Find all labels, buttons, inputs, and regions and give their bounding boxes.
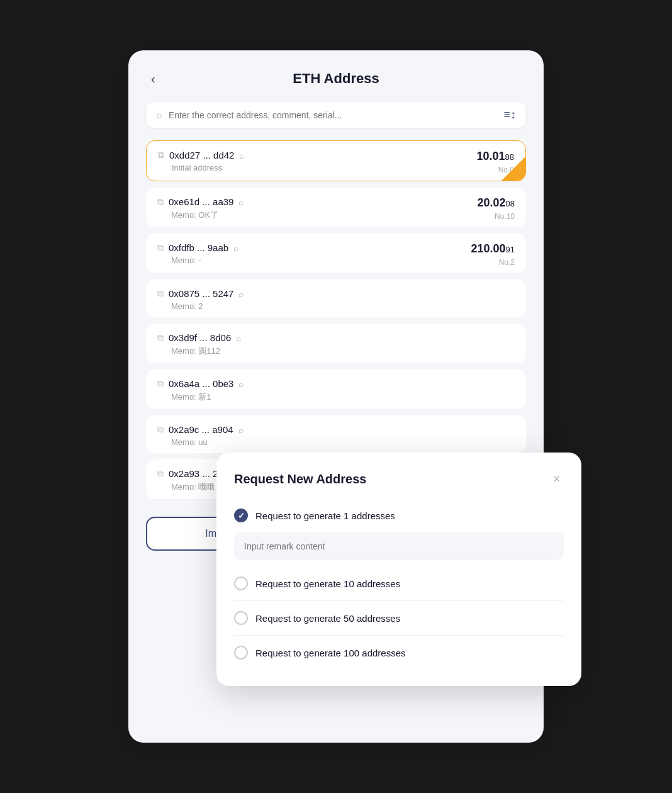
modal-title: Request New Address bbox=[234, 472, 366, 486]
address-search-icon[interactable]: ⌕ bbox=[236, 333, 241, 343]
memo-text: Memo: 新1 bbox=[171, 391, 244, 403]
copy-icon[interactable]: ⧉ bbox=[157, 288, 164, 299]
address-search-icon[interactable]: ⌕ bbox=[238, 197, 244, 207]
copy-icon[interactable]: ⧉ bbox=[158, 150, 164, 160]
address-item[interactable]: ⧉ 0x3d9f ... 8d06 ⌕ Memo: 圆112 bbox=[146, 323, 526, 363]
address-right: 210.0091 No.2 bbox=[471, 242, 515, 267]
memo-text: Memo: 圆112 bbox=[171, 346, 241, 357]
memo-text: Initial address bbox=[172, 163, 244, 172]
address-row: ⧉ 0xfdfb ... 9aab ⌕ bbox=[157, 242, 238, 253]
radio-label: Request to generate 10 addresses bbox=[255, 578, 400, 589]
page-title: ETH Address bbox=[293, 70, 379, 87]
address-text: 0xe61d ... aa39 bbox=[169, 196, 233, 207]
radio-circle bbox=[234, 646, 248, 660]
copy-icon[interactable]: ⧉ bbox=[157, 468, 164, 479]
address-left: ⧉ 0x3d9f ... 8d06 ⌕ Memo: 圆112 bbox=[157, 332, 241, 357]
memo-text: Memo: uu bbox=[171, 437, 244, 447]
address-right: 20.0208 No.10 bbox=[477, 196, 515, 221]
address-search-icon[interactable]: ⌕ bbox=[233, 243, 238, 253]
main-card: ‹ ETH Address ⌕ ≡↕ ⧉ 0xdd27 ... dd42 ⌕ I… bbox=[128, 50, 544, 743]
copy-icon[interactable]: ⧉ bbox=[157, 378, 164, 389]
modal-options: Request to generate 1 addresses Request … bbox=[234, 501, 564, 667]
address-search-icon[interactable]: ⌕ bbox=[238, 289, 244, 299]
remark-input[interactable] bbox=[234, 532, 564, 560]
address-text: 0x3d9f ... 8d06 bbox=[169, 332, 231, 343]
address-left: ⧉ 0x0875 ... 5247 ⌕ Memo: 2 bbox=[157, 288, 244, 311]
address-item[interactable]: ⧉ 0x2a9c ... a904 ⌕ Memo: uu bbox=[146, 415, 526, 453]
address-search-icon[interactable]: ⌕ bbox=[239, 150, 244, 160]
divider bbox=[234, 635, 564, 636]
address-text: 0xdd27 ... dd42 bbox=[169, 150, 234, 160]
balance: 210.0091 bbox=[471, 242, 515, 256]
address-row: ⧉ 0x6a4a ... 0be3 ⌕ bbox=[157, 378, 244, 389]
address-item[interactable]: ⧉ 0x6a4a ... 0be3 ⌕ Memo: 新1 bbox=[146, 369, 526, 409]
address-row: ⧉ 0x0875 ... 5247 ⌕ bbox=[157, 288, 244, 299]
address-row: ⧉ 0xdd27 ... dd42 ⌕ bbox=[158, 150, 244, 160]
address-item[interactable]: ⧉ 0xe61d ... aa39 ⌕ Memo: OK了 20.0208 No… bbox=[146, 188, 526, 227]
search-icon: ⌕ bbox=[156, 110, 162, 121]
address-row: ⧉ 0xe61d ... aa39 ⌕ bbox=[157, 196, 244, 207]
address-text: 0xfdfb ... 9aab bbox=[169, 242, 228, 253]
active-corner bbox=[501, 157, 525, 181]
search-input[interactable] bbox=[169, 110, 497, 120]
address-left: ⧉ 0x2a9c ... a904 ⌕ Memo: uu bbox=[157, 424, 244, 447]
copy-icon[interactable]: ⧉ bbox=[157, 424, 164, 435]
radio-label: Request to generate 1 addresses bbox=[255, 510, 395, 521]
radio-circle bbox=[234, 611, 248, 625]
modal-close-button[interactable]: × bbox=[549, 471, 564, 487]
memo-text: Memo: - bbox=[171, 256, 238, 265]
radio-label: Request to generate 50 addresses bbox=[255, 613, 400, 624]
address-left: ⧉ 0xe61d ... aa39 ⌕ Memo: OK了 bbox=[157, 196, 244, 221]
radio-option[interactable]: Request to generate 10 addresses bbox=[234, 569, 564, 598]
address-item[interactable]: ⧉ 0xfdfb ... 9aab ⌕ Memo: - 210.0091 No.… bbox=[146, 233, 526, 273]
copy-icon[interactable]: ⧉ bbox=[157, 196, 164, 207]
no-label: No.10 bbox=[495, 212, 515, 221]
filter-icon[interactable]: ≡↕ bbox=[503, 108, 516, 121]
no-label: No.2 bbox=[499, 258, 515, 267]
radio-label: Request to generate 100 addresses bbox=[255, 648, 406, 658]
address-text: 0x2a9c ... a904 bbox=[169, 424, 233, 435]
radio-circle bbox=[234, 509, 248, 522]
address-left: ⧉ 0xfdfb ... 9aab ⌕ Memo: - bbox=[157, 242, 238, 265]
search-bar: ⌕ ≡↕ bbox=[146, 102, 526, 128]
header: ‹ ETH Address bbox=[146, 70, 526, 87]
memo-text: Memo: 2 bbox=[171, 301, 244, 311]
address-list: ⧉ 0xdd27 ... dd42 ⌕ Initial address 10.0… bbox=[146, 140, 526, 499]
address-row: ⧉ 0x2a9c ... a904 ⌕ bbox=[157, 424, 244, 435]
address-text: 0x6a4a ... 0be3 bbox=[169, 378, 233, 389]
address-left: ⧉ 0xdd27 ... dd42 ⌕ Initial address bbox=[158, 150, 244, 172]
copy-icon[interactable]: ⧉ bbox=[157, 242, 164, 253]
address-item[interactable]: ⧉ 0x0875 ... 5247 ⌕ Memo: 2 bbox=[146, 279, 526, 317]
address-search-icon[interactable]: ⌕ bbox=[238, 425, 244, 435]
radio-option[interactable]: Request to generate 50 addresses bbox=[234, 604, 564, 633]
modal-card: Request New Address × Request to generat… bbox=[216, 453, 581, 686]
address-item[interactable]: ⧉ 0xdd27 ... dd42 ⌕ Initial address 10.0… bbox=[146, 140, 526, 181]
address-row: ⧉ 0x3d9f ... 8d06 ⌕ bbox=[157, 332, 241, 343]
radio-circle bbox=[234, 576, 248, 590]
copy-icon[interactable]: ⧉ bbox=[157, 332, 164, 343]
address-search-icon[interactable]: ⌕ bbox=[238, 379, 244, 389]
memo-text: Memo: OK了 bbox=[171, 210, 244, 221]
balance: 20.0208 bbox=[477, 196, 515, 210]
address-left: ⧉ 0x6a4a ... 0be3 ⌕ Memo: 新1 bbox=[157, 378, 244, 403]
address-text: 0x0875 ... 5247 bbox=[169, 288, 233, 299]
modal-header: Request New Address × bbox=[234, 471, 564, 487]
back-button[interactable]: ‹ bbox=[146, 69, 160, 89]
divider bbox=[234, 600, 564, 601]
radio-option[interactable]: Request to generate 100 addresses bbox=[234, 638, 564, 667]
radio-option[interactable]: Request to generate 1 addresses bbox=[234, 501, 564, 530]
